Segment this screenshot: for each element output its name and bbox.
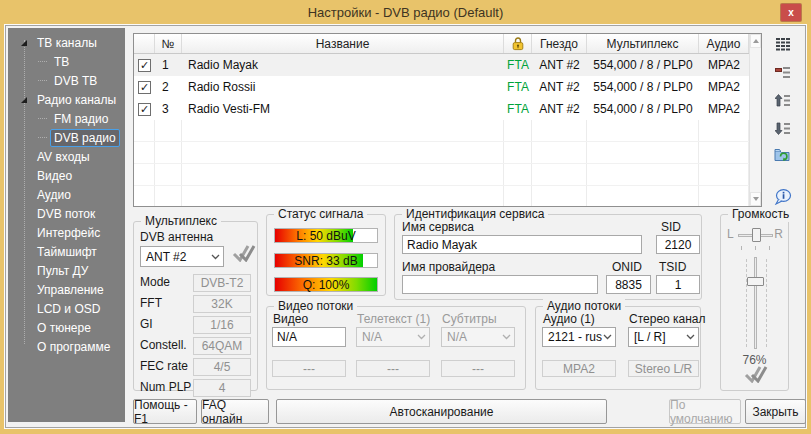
subtitles-label: Субтитры bbox=[442, 312, 497, 326]
cell-multiplex: 554,000 / 8 / PLP0 bbox=[587, 76, 699, 98]
settings-window: Настройки - DVB радио (Default) x ТВ кан… bbox=[0, 0, 811, 434]
quality-bar-label: Q: 100% bbox=[275, 278, 377, 291]
sidebar-item-lcd-osd[interactable]: LCD и OSD bbox=[8, 299, 125, 318]
move-down-icon[interactable] bbox=[769, 117, 796, 139]
service-name-input[interactable] bbox=[402, 235, 642, 254]
subtitles-codec: --- bbox=[441, 360, 515, 377]
remove-channel-icon[interactable] bbox=[769, 61, 796, 83]
faq-button[interactable]: FAQ онлайн bbox=[201, 399, 269, 424]
multiplex-panel: Мультиплекс DVB антенна ANT #2 Mode DVB-… bbox=[133, 221, 258, 391]
apply-antenna-icon[interactable] bbox=[232, 244, 256, 265]
chevron-down-icon bbox=[603, 334, 612, 340]
audio-stream-select[interactable]: 2121 - rus bbox=[542, 327, 616, 347]
window-title: Настройки - DVB радио (Default) bbox=[308, 5, 504, 20]
channel-table: № Название Гнездо Мультиплекс Аудио ✓ 1 … bbox=[133, 33, 762, 207]
tsid-value: 1 bbox=[656, 275, 700, 294]
close-button[interactable]: Закрыть bbox=[745, 399, 806, 424]
close-icon[interactable]: x bbox=[781, 4, 801, 21]
sidebar-item-radio-channels[interactable]: Радио каналы bbox=[8, 90, 125, 109]
help-button[interactable]: Помощь - F1 bbox=[133, 399, 197, 424]
info-icon[interactable] bbox=[769, 186, 796, 208]
video-streams-panel: Видео потоки Видео Телетекст (1) N/A Суб… bbox=[266, 306, 526, 390]
sidebar-item-remote[interactable]: Пульт ДУ bbox=[8, 261, 125, 280]
gi-label: GI bbox=[140, 317, 153, 331]
move-up-icon[interactable] bbox=[769, 89, 796, 111]
teletext-select: N/A bbox=[356, 327, 430, 347]
level-bar-label: L: 50 dBuV bbox=[275, 229, 377, 242]
sidebar-item-control[interactable]: Управление bbox=[8, 280, 125, 299]
details-view-icon[interactable] bbox=[769, 33, 796, 55]
fec-label: FEC rate bbox=[140, 359, 188, 373]
constellation-label: Constell. bbox=[140, 338, 187, 352]
balance-slider-thumb[interactable] bbox=[752, 228, 761, 242]
table-row[interactable]: ✓ 3 Radio Vesti-FM FTA ANT #2 554,000 / … bbox=[134, 98, 761, 120]
table-scrollbar[interactable] bbox=[749, 34, 761, 206]
header-name[interactable]: Название bbox=[182, 34, 504, 53]
settings-nav-tree: ТВ каналы ТВ DVB ТВ Радио каналы FM ради… bbox=[8, 28, 125, 422]
antenna-select[interactable]: ANT #2 bbox=[140, 246, 224, 267]
sid-label: SID bbox=[661, 220, 681, 234]
cell-access: FTA bbox=[504, 54, 532, 76]
cell-audio: MPA2 bbox=[699, 54, 749, 76]
subtitles-select: N/A bbox=[441, 327, 515, 347]
channel-checkbox[interactable]: ✓ bbox=[138, 81, 151, 94]
cell-name: Radio Mayak bbox=[182, 54, 504, 76]
expand-icon[interactable] bbox=[21, 97, 27, 103]
signal-status-panel: Статус сигнала L: 50 dBuV SNR: 33 dB Q: … bbox=[266, 214, 386, 296]
stereo-channel-select[interactable]: [L / R] bbox=[628, 327, 699, 347]
provider-input[interactable] bbox=[402, 275, 598, 294]
header-check-column[interactable] bbox=[134, 34, 155, 53]
sidebar-item-video[interactable]: Видео bbox=[8, 166, 125, 185]
header-num[interactable]: № bbox=[155, 34, 182, 53]
audio-streams-panel: Аудио потоки Аудио (1) 2121 - rus Стерео… bbox=[535, 306, 701, 390]
rescan-folder-icon[interactable] bbox=[769, 143, 796, 165]
level-bar: L: 50 dBuV bbox=[274, 228, 378, 243]
header-audio[interactable]: Аудио bbox=[699, 34, 749, 53]
scroll-down-icon[interactable] bbox=[750, 192, 761, 206]
sidebar-item-audio[interactable]: Аудио bbox=[8, 185, 125, 204]
sidebar-item-timeshift[interactable]: Таймшифт bbox=[8, 242, 125, 261]
stereo-mode: Stereo L/R bbox=[628, 360, 699, 377]
empty-row bbox=[134, 186, 761, 207]
autoscan-button[interactable]: Автосканирование bbox=[276, 399, 607, 424]
sidebar-item-fm-radio[interactable]: FM радио bbox=[8, 109, 125, 128]
sidebar-item-dvb-radio[interactable]: DVB радио bbox=[8, 128, 125, 147]
defaults-button: По умолчанию bbox=[669, 399, 741, 424]
apply-volume-icon[interactable] bbox=[744, 365, 768, 386]
audio-codec: MPA2 bbox=[542, 360, 616, 377]
video-pid-input[interactable] bbox=[272, 327, 346, 347]
fec-value: 4/5 bbox=[193, 358, 251, 376]
gi-value: 1/16 bbox=[193, 316, 251, 334]
tsid-label: TSID bbox=[659, 260, 686, 274]
video-codec: --- bbox=[272, 360, 346, 377]
stereo-channel-label: Стерео канал bbox=[629, 312, 706, 326]
panel-title: Мультиплекс bbox=[141, 214, 221, 229]
channel-checkbox[interactable]: ✓ bbox=[138, 59, 151, 72]
channel-checkbox[interactable]: ✓ bbox=[138, 103, 151, 116]
cell-multiplex: 554,000 / 8 / PLP0 bbox=[587, 54, 699, 76]
volume-slider[interactable] bbox=[754, 257, 757, 349]
sidebar-item-tv-channels[interactable]: ТВ каналы bbox=[8, 33, 125, 52]
sidebar-item-about-program[interactable]: О программе bbox=[8, 337, 125, 356]
sidebar-item-interface[interactable]: Интерфейс bbox=[8, 223, 125, 242]
cell-slot: ANT #2 bbox=[532, 76, 587, 98]
video-label: Видео bbox=[273, 312, 308, 326]
table-row[interactable]: ✓ 2 Radio Rossii FTA ANT #2 554,000 / 8 … bbox=[134, 76, 761, 98]
header-multiplex[interactable]: Мультиплекс bbox=[587, 34, 699, 53]
chevron-down-icon bbox=[502, 334, 511, 340]
expand-icon[interactable] bbox=[21, 40, 27, 46]
sidebar-item-about-tuner[interactable]: О тюнере bbox=[8, 318, 125, 337]
table-row[interactable]: ✓ 1 Radio Mayak FTA ANT #2 554,000 / 8 /… bbox=[134, 54, 761, 76]
chevron-down-icon bbox=[686, 334, 695, 340]
header-slot[interactable]: Гнездо bbox=[532, 34, 587, 53]
sidebar-item-dvb-tv[interactable]: DVB ТВ bbox=[8, 71, 125, 90]
cell-num: 1 bbox=[155, 54, 182, 76]
sidebar-item-dvb-stream[interactable]: DVB поток bbox=[8, 204, 125, 223]
sidebar-item-av-inputs[interactable]: AV входы bbox=[8, 147, 125, 166]
volume-slider-thumb[interactable] bbox=[747, 277, 764, 286]
titlebar[interactable]: Настройки - DVB радио (Default) bbox=[0, 0, 811, 25]
scroll-up-icon[interactable] bbox=[750, 34, 761, 48]
header-encryption[interactable] bbox=[504, 34, 532, 53]
empty-row bbox=[134, 164, 761, 186]
sidebar-item-tv[interactable]: ТВ bbox=[8, 52, 125, 71]
